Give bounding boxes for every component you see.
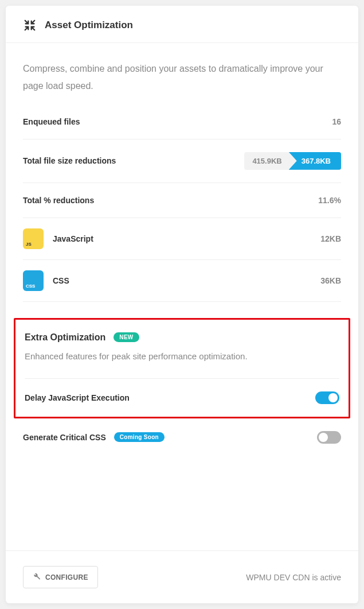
js-label: JavaScript [53, 234, 320, 243]
critical-css-label: Generate Critical CSS [23, 433, 106, 442]
enqueued-files-row: Enqueued files 16 [23, 113, 341, 139]
asset-optimization-card: Asset Optimization Compress, combine and… [6, 6, 358, 603]
card-footer: CONFIGURE WPMU DEV CDN is active [6, 550, 358, 603]
delay-js-toggle[interactable] [315, 391, 339, 404]
pct-label: Total % reductions [23, 196, 94, 205]
size-tag-group: 415.9KB 367.8KB [244, 152, 341, 170]
enqueued-value: 16 [332, 117, 341, 126]
extra-optimization-highlight: Extra Optimization NEW Enhanced features… [14, 318, 350, 418]
extra-heading-row: Extra Optimization NEW [25, 332, 339, 343]
configure-button[interactable]: CONFIGURE [23, 566, 98, 588]
critical-css-label-group: Generate Critical CSS Coming Soon [23, 432, 165, 442]
css-value: 36KB [320, 276, 341, 285]
card-body: Compress, combine and position your asse… [6, 43, 358, 550]
card-title: Asset Optimization [45, 20, 133, 31]
card-header: Asset Optimization [6, 6, 358, 43]
post-highlight: Generate Critical CSS Coming Soon [23, 418, 341, 462]
css-label: CSS [53, 276, 320, 285]
filesize-row: Total file size reductions 415.9KB 367.8… [23, 139, 341, 183]
cdn-status: WPMU DEV CDN is active [246, 573, 341, 582]
pct-row: Total % reductions 11.6% [23, 183, 341, 218]
enqueued-label: Enqueued files [23, 117, 80, 126]
configure-label: CONFIGURE [45, 573, 88, 581]
js-icon: JS [23, 228, 44, 249]
delay-js-label: Delay JavaScript Execution [25, 393, 130, 402]
new-badge: NEW [113, 332, 139, 342]
critical-css-toggle[interactable] [317, 431, 341, 444]
js-value: 12KB [320, 234, 341, 243]
asset-row-css: CSS CSS 36KB [23, 260, 341, 302]
coming-soon-badge: Coming Soon [114, 432, 165, 442]
delay-js-row: Delay JavaScript Execution [25, 378, 339, 417]
size-original: 415.9KB [244, 152, 296, 170]
asset-row-js: JS JavaScript 12KB [23, 218, 341, 260]
pct-value: 11.6% [318, 196, 341, 205]
extra-heading: Extra Optimization [25, 332, 105, 343]
intro-text: Compress, combine and position your asse… [23, 60, 341, 95]
css-icon: CSS [23, 270, 44, 291]
extra-desc: Enhanced features for peak site performa… [25, 350, 339, 363]
compress-icon [23, 18, 37, 32]
filesize-label: Total file size reductions [23, 156, 116, 165]
critical-css-row: Generate Critical CSS Coming Soon [23, 418, 341, 456]
wrench-icon [33, 572, 41, 582]
